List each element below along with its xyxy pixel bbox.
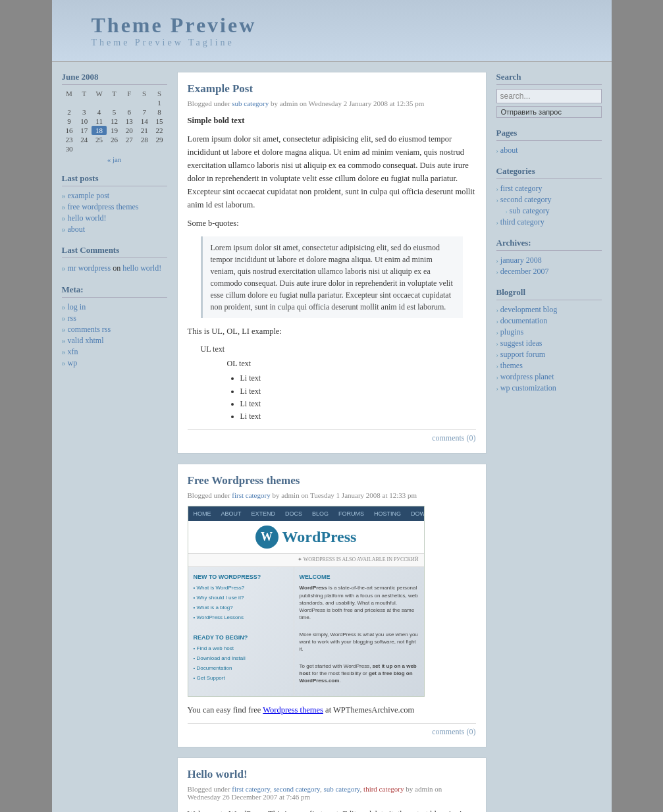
cal-day-s: S xyxy=(137,89,152,98)
category-link[interactable]: first category xyxy=(500,184,543,194)
post-link[interactable]: hello world! xyxy=(68,213,107,223)
list-item: example post xyxy=(62,190,167,202)
arrow-icon: › xyxy=(496,257,498,264)
category-link[interactable]: third category xyxy=(363,785,404,793)
blockquote: Lorem ipsum dolor sit amet, consectetur … xyxy=(201,236,463,318)
site-tagline: Theme Preview Tagline xyxy=(92,38,592,48)
nav-item: FORUMS xyxy=(338,509,364,518)
post-body: Simple bold text Lorem ipsum dolor sit a… xyxy=(188,114,476,423)
arrow-icon: › xyxy=(496,385,498,392)
list-item: › support forum xyxy=(496,349,602,360)
search-button[interactable]: Отправить запрос xyxy=(496,106,602,118)
comments-count-link[interactable]: comments (0) xyxy=(432,433,475,443)
cal-day-m: M xyxy=(62,89,77,98)
category-link[interactable]: third category xyxy=(500,217,544,227)
cal-cell xyxy=(62,98,77,107)
list-item: free wordpress themes xyxy=(62,202,167,213)
list-item: rss xyxy=(62,313,167,324)
post-link[interactable]: about xyxy=(68,225,86,234)
cal-cell: 4 xyxy=(92,107,107,117)
blogroll-link[interactable]: plugins xyxy=(500,327,523,337)
cal-cell xyxy=(122,98,137,107)
post-title-link[interactable]: Free Wordpress themes xyxy=(188,474,300,487)
archives-title: Archives: xyxy=(496,238,602,251)
list-item-sub: › sub category xyxy=(496,205,602,217)
cal-cell: 14 xyxy=(137,117,152,126)
list-item: › suggest ideas xyxy=(496,338,602,349)
post-heading: Simple bold text xyxy=(188,116,245,125)
wp-link: • WordPress Lessons xyxy=(194,614,288,622)
blogroll-list: › development blog › documentation › plu… xyxy=(496,304,602,394)
calendar-nav[interactable]: « jan xyxy=(62,155,167,163)
archive-link[interactable]: january 2008 xyxy=(500,256,542,265)
category-link[interactable]: sub category xyxy=(232,99,269,107)
category-link[interactable]: first category xyxy=(232,785,270,793)
cal-cell: 29 xyxy=(152,135,167,144)
list-intro: This is UL, OL, LI example: xyxy=(188,325,476,338)
archive-link[interactable]: december 2007 xyxy=(500,267,549,277)
wordpress-themes-link[interactable]: Wordpress themes xyxy=(263,705,323,715)
list-item: Li text xyxy=(240,372,476,385)
meta-link[interactable]: wp xyxy=(68,358,78,367)
post-link[interactable]: example post xyxy=(68,191,110,200)
main-content: Example Post Blogged under sub category … xyxy=(177,72,487,812)
ol-label: OL text xyxy=(227,358,476,370)
cal-day-w: W xyxy=(92,89,107,98)
sidebar-right: Search Отправить запрос Pages › about xyxy=(496,72,602,812)
post-title: Hello world! xyxy=(188,768,476,781)
post-meta: Blogged under sub category by admin on W… xyxy=(188,99,476,107)
arrow-icon: › xyxy=(496,147,498,154)
post-title-link[interactable]: Hello world! xyxy=(188,768,248,780)
calendar-prev-link[interactable]: « jan xyxy=(107,155,122,163)
calendar-section: June 2008 M T W T F S S xyxy=(62,72,167,163)
blogroll-section: Blogroll › development blog › documentat… xyxy=(496,287,602,394)
commenter-link[interactable]: mr wordpress xyxy=(68,263,111,273)
arrow-icon: › xyxy=(506,207,508,215)
list-item: comments rss xyxy=(62,324,167,335)
blogroll-link[interactable]: wordpress planet xyxy=(500,372,554,382)
pages-section: Pages › about xyxy=(496,128,602,156)
meta-link[interactable]: log in xyxy=(68,302,86,311)
blogroll-link[interactable]: documentation xyxy=(500,316,547,326)
nav-item: HOME xyxy=(194,509,211,518)
blogroll-link[interactable]: development blog xyxy=(500,305,557,315)
post-meta: Blogged under first category by admin on… xyxy=(188,491,476,499)
cal-cell: 30 xyxy=(62,144,77,153)
post-link[interactable]: free wordpress themes xyxy=(68,202,139,211)
page-link[interactable]: about xyxy=(500,146,518,155)
list-item: › third category xyxy=(496,217,602,228)
meta-link[interactable]: comments rss xyxy=(68,325,111,334)
last-posts-title: Last posts xyxy=(62,173,167,186)
nav-item: DOWN xyxy=(411,509,424,518)
cal-cell xyxy=(76,144,92,153)
nav-item: ABOUT xyxy=(221,509,242,518)
cal-cell: 28 xyxy=(137,135,152,144)
list-item: › wp customization xyxy=(496,383,602,394)
blogroll-link[interactable]: wp customization xyxy=(500,383,556,393)
comments-count-link[interactable]: comments (0) xyxy=(432,727,475,736)
comment-post-link[interactable]: hello world! xyxy=(122,263,161,273)
pages-title: Pages xyxy=(496,128,602,141)
post-title: Free Wordpress themes xyxy=(188,474,476,487)
list-item: › second category xyxy=(496,194,602,205)
category-link[interactable]: second category xyxy=(500,195,552,205)
meta-link[interactable]: xfn xyxy=(68,347,78,356)
cal-day-t2: T xyxy=(107,89,122,98)
meta-link[interactable]: rss xyxy=(68,313,76,323)
category-link[interactable]: sub category xyxy=(510,206,550,216)
arrow-icon: › xyxy=(496,185,498,192)
search-input[interactable] xyxy=(496,89,602,103)
post-title: Example Post xyxy=(188,82,476,95)
wp-link: • Find a web host xyxy=(194,645,288,653)
blogroll-link[interactable]: suggest ideas xyxy=(500,338,543,348)
wp-ready-label: READY TO BEGIN? xyxy=(194,633,288,642)
category-link[interactable]: first category xyxy=(232,491,270,499)
post-title-link[interactable]: Example Post xyxy=(188,82,253,95)
category-link[interactable]: sub category xyxy=(323,785,359,793)
blogroll-link[interactable]: support forum xyxy=(500,350,545,360)
arrow-icon: › xyxy=(496,268,498,275)
search-section: Search Отправить запрос xyxy=(496,72,602,118)
category-link[interactable]: second category xyxy=(273,785,319,793)
blogroll-link[interactable]: themes xyxy=(500,361,523,371)
meta-link[interactable]: valid xhtml xyxy=(68,336,104,345)
